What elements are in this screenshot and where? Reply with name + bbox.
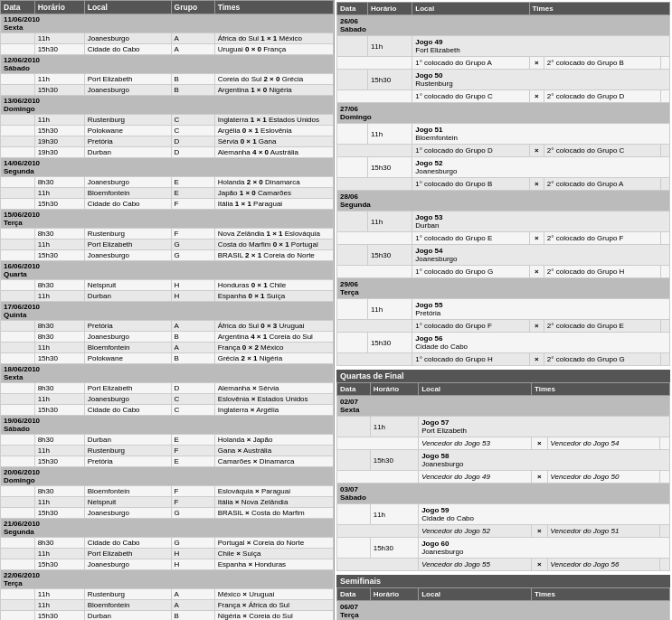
match-row: 15h30 Polokwane C Argélia 0 × 1 Eslovêni… [1,126,334,136]
match-teams: Itália × Nova Zelândia [214,497,333,508]
match-time [1,589,35,600]
empty3 [661,232,670,245]
match-city: Bloemfontein [84,343,171,353]
main-container: Data Horário Local Grupo Times 11/06/201… [0,0,672,620]
empty [337,157,368,178]
match-row-r: 1° colocado do Grupo D×2° colocado do Gr… [337,145,670,157]
date-header: 20/06/2010Domingo [1,467,334,486]
match-horario: 15h30 [34,250,84,261]
match-teams: Espanha 0 × 1 Suíça [214,291,333,302]
date-label: 22/06/2010Terça [1,570,334,589]
team2-r: 2° colocado do Grupo F [544,232,660,245]
game-time: 11h [367,36,412,57]
date-label: 11/06/2010Sexta [1,14,334,33]
vs-ko: × [531,525,547,538]
match-group: F [171,497,214,508]
match-city: Port Elizabeth [84,74,171,85]
match-horario: 11h [34,74,84,85]
match-horario: 8h30 [34,280,84,291]
match-teams: Alemanha 4 × 0 Austrália [214,147,333,158]
match-group: E [171,435,214,446]
team1-r: 1° colocado do Grupo F [412,320,529,333]
match-row: 15h30 Cidade do Cabo F Itália 1 × 1 Para… [1,199,334,210]
empty [337,70,368,90]
match-time [1,177,35,188]
team1-r: 1° colocado do Grupo H [412,353,529,366]
game-time: 15h30 [367,245,412,266]
match-city: Polokwane [84,126,171,136]
match-row: 11h Bloemfontein E Japão 1 × 0 Camarões [1,188,334,199]
vs-ko: × [531,559,547,571]
empty2 [337,471,419,484]
date-header: 14/06/2010Segunda [1,158,334,177]
match-row: 15h30 Pretória E Camarões × Dinamarca [1,456,334,467]
team1-ko: Vencedor do Jogo 49 [419,471,532,484]
empty3 [660,525,670,538]
match-teams: Portugal × Coreia do Norte [214,538,333,549]
match-row-ko: Vencedor do Jogo 49×Vencedor do Jogo 50 [337,471,670,484]
match-city: Cidade do Cabo [84,44,171,55]
date-label: 18/06/2010Sexta [1,364,334,383]
match-teams: Uruguai 0 × 0 França [214,44,333,55]
match-horario: 11h [34,240,84,250]
right-panel: Data Horário Local Times 26/06Sábado11hJ… [335,0,672,620]
match-horario: 11h [34,497,84,508]
match-time [1,538,35,549]
match-row-ko: Vencedor do Jogo 52×Vencedor do Jogo 51 [337,525,670,538]
match-horario: 15h30 [34,44,84,55]
match-row: 8h30 Port Elizabeth D Alemanha × Sérvia [1,383,334,394]
game-info-row: 15h30Jogo 58Joanesburgo [337,450,670,471]
col-data-q: Data [337,383,371,396]
match-group: E [171,188,214,199]
date-header: 18/06/2010Sexta [1,364,334,383]
match-row-ko: Vencedor do Jogo 53×Vencedor do Jogo 54 [337,437,670,450]
team1-r: 1° colocado do Grupo E [412,232,529,245]
match-horario: 19h30 [34,147,84,158]
col-horario-s: Horário [370,588,418,601]
empty2 [337,145,412,157]
match-teams: Coreia do Sul 2 × 0 Grécia [214,74,333,85]
match-city: Joanesburgo [84,559,171,570]
game-time: 11h [367,124,412,145]
match-time [1,250,35,261]
vs-r: × [529,90,544,103]
match-time [1,136,35,147]
match-row: 11h Bloemfontein A França × África do Su… [1,600,334,611]
match-time [1,74,35,85]
date-header: 12/06/2010Sábado [1,55,334,74]
date-label-r: 27/06Domingo [337,103,670,124]
team2-ko: Vencedor do Jogo 51 [547,525,660,538]
match-group: B [171,611,214,621]
match-teams: Espanha × Honduras [214,559,333,570]
match-group: G [171,508,214,519]
empty3 [660,437,670,450]
match-city: Durban [84,611,171,621]
match-city: Bloemfontein [84,188,171,199]
quartas-table: Data Horário Local Times 02/07Sexta11hJo… [336,382,670,571]
match-group: B [171,332,214,343]
match-teams: Chile × Suíça [214,549,333,559]
match-time [1,280,35,291]
game-label-row: 15h30Jogo 54Joanesburgo [337,245,670,266]
game-label: Jogo 53Durban [412,211,670,232]
match-group: C [171,115,214,126]
semifinais-title: Semifinais [336,575,670,587]
date-header-r: 27/06Domingo [337,103,670,124]
match-horario: 11h [34,394,84,405]
match-row: 19h30 Pretória D Sérvia 0 × 1 Gana [1,136,334,147]
match-time [1,497,35,508]
team1-r: 1° colocado do Grupo A [412,57,529,70]
empty [337,450,371,471]
game-time: 15h30 [367,333,412,353]
empty2 [337,90,412,103]
oitavas-table: Data Horário Local Times 26/06Sábado11hJ… [336,2,670,366]
empty [337,417,371,437]
match-group: C [171,405,214,416]
match-horario: 8h30 [34,229,84,240]
match-city: Joanesburgo [84,85,171,96]
col-local-s: Local [419,588,532,601]
match-horario: 11h [34,188,84,199]
match-row: 8h30 Cidade do Cabo G Portugal × Coreia … [1,538,334,549]
match-horario: 15h30 [34,126,84,136]
match-teams: Nova Zelândia 1 × 1 Eslováquia [214,229,333,240]
